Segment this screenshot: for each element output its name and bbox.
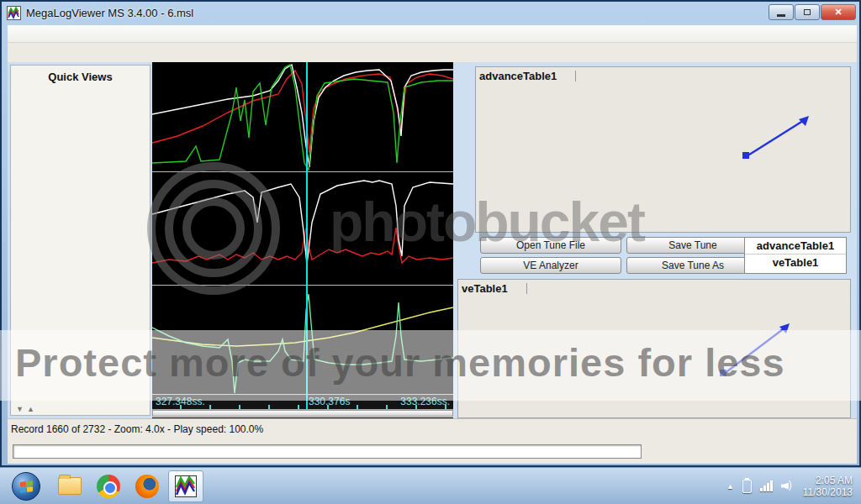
menu-bar — [8, 25, 857, 43]
save-tune-button[interactable]: Save Tune — [626, 237, 759, 254]
minimize-button[interactable] — [769, 4, 794, 20]
taskbar-explorer-icon[interactable] — [52, 470, 87, 502]
app-icon — [7, 6, 21, 20]
axis-label: 333.236ss. — [400, 396, 450, 407]
graph-1[interactable] — [152, 62, 453, 172]
restore-button[interactable] — [795, 4, 820, 20]
axis-label: 327.348ss. — [156, 396, 205, 407]
quick-views-sidebar: Quick Views ▼▲ — [8, 62, 152, 418]
ve-trace-overlay — [458, 280, 852, 419]
volume-icon[interactable] — [781, 480, 795, 492]
tray-date: 11/30/2013 — [803, 486, 853, 498]
graph-2[interactable] — [152, 172, 453, 286]
tray-show-hidden-icon[interactable]: ▲ — [726, 482, 734, 491]
table-list-item-ve[interactable]: veTable1 — [745, 255, 846, 270]
graph-area[interactable]: 327.348ss. 330.376s 333.236ss. — [152, 62, 453, 418]
ve-table-title: veTable1 — [462, 282, 508, 295]
title-bar[interactable]: MegaLogViewer MS 3.4.00 - 6.msl ✕ — [2, 2, 859, 24]
table-list-item-advance[interactable]: advanceTable1 — [745, 238, 846, 255]
ve-analyzer-button[interactable]: VE Analyzer — [480, 257, 621, 274]
graph-1-curves — [152, 62, 453, 172]
table-list: advanceTable1 veTable1 — [744, 237, 847, 274]
app-window: MegaLogViewer MS 3.4.00 - 6.msl ✕ Quick … — [0, 0, 861, 467]
axis-label: 330.376s — [309, 396, 350, 407]
open-tune-file-button[interactable]: Open Tune File — [480, 237, 621, 254]
tune-panel: advanceTable1 Open Tune File — [453, 62, 857, 418]
advance-table-title: advanceTable1 — [479, 70, 557, 82]
tray-clock[interactable]: 2:05 AM 11/30/2013 — [803, 475, 853, 498]
taskbar-megalogviewer-icon[interactable] — [168, 470, 203, 502]
save-tune-as-button[interactable]: Save Tune As — [626, 257, 759, 274]
taskbar-chrome-icon[interactable] — [91, 470, 126, 502]
advance-table-panel: advanceTable1 — [475, 66, 851, 233]
graph-2-curves — [152, 172, 453, 286]
battery-icon[interactable] — [742, 480, 752, 493]
log-progress-bar[interactable] — [13, 444, 642, 459]
window-title: MegaLogViewer MS 3.4.00 - 6.msl — [26, 7, 193, 19]
network-signal-icon[interactable] — [760, 480, 773, 491]
sidebar-scroll-arrows[interactable]: ▼▲ — [16, 405, 38, 413]
graph-3[interactable] — [152, 286, 453, 395]
tab-bar — [8, 43, 857, 62]
status-bar: Record 1660 of 2732 - Zoom: 4.0x - Play … — [8, 418, 857, 439]
graph-3-curves — [152, 286, 453, 395]
taskbar-firefox-icon[interactable] — [129, 470, 165, 502]
screen: MegaLogViewer MS 3.4.00 - 6.msl ✕ Quick … — [0, 0, 861, 504]
client-area: Quick Views ▼▲ — [8, 25, 857, 464]
transport-bar — [8, 439, 857, 464]
log-cursor-line[interactable] — [306, 62, 308, 409]
advance-trace-overlay — [476, 67, 852, 234]
tray-time: 2:05 AM — [803, 475, 853, 486]
start-button[interactable] — [12, 472, 40, 501]
ve-table-panel: veTable1 — [457, 279, 851, 418]
close-button[interactable]: ✕ — [821, 4, 856, 20]
windows-taskbar: ▲ 2:05 AM 11/30/2013 — [0, 467, 861, 504]
record-status-text: Record 1660 of 2732 - Zoom: 4.0x - Play … — [11, 423, 263, 435]
quick-views-title: Quick Views — [14, 67, 146, 85]
graph-scrollbar[interactable] — [152, 409, 453, 417]
time-axis: 327.348ss. 330.376s 333.236ss. — [152, 395, 453, 409]
